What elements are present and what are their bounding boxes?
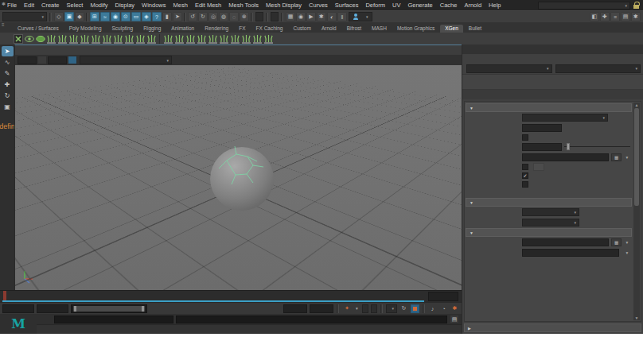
arnold-render-icon[interactable]: ◐ (327, 12, 337, 21)
animation-preferences-icon[interactable]: ✱ (450, 304, 459, 313)
loop-playback-icon[interactable]: ↻ (399, 304, 408, 313)
workspace-lock-icon[interactable] (633, 2, 639, 9)
cut-modifier-shelf-icon[interactable] (185, 33, 196, 44)
shelf-tab-mash[interactable]: MASH (367, 25, 392, 33)
current-frame-marker[interactable] (3, 291, 6, 300)
region-map-field[interactable] (522, 249, 619, 257)
generate-primitives-dropdown[interactable]: ▾ (522, 114, 608, 122)
add-collection-shelf-icon[interactable] (57, 33, 68, 44)
move-tool[interactable]: ✚ (2, 79, 14, 90)
select-tool[interactable]: ➤ (2, 46, 14, 56)
convert-to-polygons-shelf-icon[interactable] (219, 33, 229, 44)
lock-selection-icon[interactable]: ▮ (162, 12, 172, 21)
history-icon[interactable]: ◎ (208, 12, 218, 21)
viewport-canvas[interactable] (15, 65, 462, 290)
input-connections-icon[interactable]: ↺ (188, 12, 197, 21)
xgen-shelf-x-icon[interactable] (13, 33, 23, 44)
select-by-hierarchy-icon[interactable]: ◇ (54, 12, 64, 21)
export-patches-shelf-icon[interactable] (230, 33, 240, 44)
account-chip[interactable]: ▾ (349, 12, 372, 21)
shelf-tab-arnold[interactable]: Arnold (317, 25, 341, 33)
shelf-tab-rendering[interactable]: Rendering (200, 25, 233, 33)
view-transform-icon[interactable] (68, 56, 77, 64)
output-connections-icon[interactable]: ↻ (198, 12, 208, 21)
auto-keyframe-icon[interactable] (411, 304, 419, 313)
region-mask-field[interactable] (522, 238, 609, 246)
rotate-tool[interactable]: ↻ (2, 91, 14, 101)
menu-mesh[interactable]: Mesh (170, 2, 191, 9)
workspace-dropdown[interactable]: ▾ (538, 2, 630, 10)
lasso-select-tool[interactable]: ∿ (2, 57, 14, 68)
shelf-tab-curves-surfaces[interactable]: Curves / Surfaces (13, 25, 64, 33)
menu-deform[interactable]: Deform (362, 2, 388, 9)
shelf-menu-icon[interactable]: ≡ (2, 23, 5, 27)
workspace-settings-icon[interactable]: ✱ (631, 12, 641, 21)
compensate-normals-checkbox[interactable]: ✓ (522, 172, 528, 179)
coil-modifier-shelf-icon[interactable] (197, 33, 207, 44)
list-outputs-icon[interactable]: ◌ (229, 12, 239, 21)
density-brush-shelf-icon[interactable] (146, 33, 157, 44)
cache-shelf-icon[interactable] (263, 33, 274, 44)
mask-expression-field[interactable] (522, 153, 609, 161)
clear-preview-shelf-icon[interactable] (80, 33, 90, 44)
shelf-tab-animation[interactable]: Animation (166, 25, 199, 33)
current-time-field[interactable] (428, 292, 458, 301)
description-dropdown[interactable]: ▾ (555, 64, 641, 73)
shelf-tab-sculpting[interactable]: Sculpting (107, 25, 138, 33)
playback-end-field[interactable] (283, 304, 307, 313)
menu-edit-mesh[interactable]: Edit Mesh (192, 2, 224, 9)
live-surface-field[interactable] (255, 12, 263, 21)
menu-mesh-tools[interactable]: Mesh Tools (225, 2, 262, 9)
script-editor-icon[interactable]: ▤ (450, 315, 459, 323)
menu-windows[interactable]: Windows (138, 2, 169, 9)
quick-snap-icon[interactable]: ? (152, 12, 162, 21)
shelf-tab-fx[interactable]: FX (234, 25, 250, 33)
scroll-thumb[interactable] (634, 108, 639, 206)
render-view-icon[interactable]: ▦ (286, 12, 295, 21)
scroll-up-arrow[interactable]: ▲ (635, 103, 639, 107)
ipr-render-icon[interactable]: ▶ (306, 12, 316, 21)
anim-layer-dropdown[interactable] (371, 304, 377, 313)
menu-mesh-display[interactable]: Mesh Display (263, 2, 305, 9)
snap-to-projected-center-icon[interactable]: ⊙ (121, 12, 131, 21)
snap-to-curve-icon[interactable]: ≈ (100, 12, 110, 21)
create-description-shelf-icon[interactable] (46, 33, 57, 44)
region-mask-map-button[interactable]: ▦ (611, 238, 622, 246)
menu-set-dropdown[interactable]: ▾ (2, 12, 47, 21)
playback-start-field[interactable] (37, 304, 68, 313)
flip-checkbox[interactable] (522, 134, 528, 141)
toggle-attribute-editor-icon[interactable]: ▤ (621, 12, 630, 21)
place-guides-shelf-icon[interactable] (113, 33, 123, 44)
create-guide-shelf-icon[interactable] (91, 33, 101, 44)
sculpt-guides-shelf-icon[interactable] (102, 33, 112, 44)
menu-modify[interactable]: Modify (87, 2, 111, 9)
menu-curves[interactable]: Curves (306, 2, 331, 9)
density-slider[interactable] (564, 143, 630, 151)
fps-dropdown[interactable]: ▾ (386, 304, 397, 313)
toggle-tool-settings-icon[interactable]: ✚ (600, 12, 610, 21)
panel-scrollbar[interactable]: ▲▼ (633, 103, 640, 320)
shelf-tab-rigging[interactable]: Rigging (138, 25, 166, 33)
clump-modifier-shelf-icon[interactable] (163, 33, 173, 44)
section-region-control[interactable]: ▼ (466, 228, 632, 237)
snap-to-view-plane-icon[interactable]: ▭ (131, 12, 141, 21)
mute-audio-icon[interactable]: ♪ (428, 304, 437, 313)
select-by-object-icon[interactable]: ▣ (64, 12, 74, 21)
scale-tool[interactable]: ▣ (2, 102, 14, 112)
specify-points-button[interactable] (533, 163, 544, 171)
generator-seed-field[interactable] (522, 124, 562, 132)
command-input[interactable] (54, 316, 173, 323)
range-handle-left[interactable] (74, 306, 76, 312)
primitive-type-dropdown[interactable]: ▾ (522, 208, 579, 216)
menu-generate[interactable]: Generate (404, 2, 435, 9)
shelf-tab-fx-caching[interactable]: FX Caching (251, 25, 288, 33)
character-set-key-icon[interactable]: ✦ (342, 304, 351, 313)
sphere-cluster-object[interactable] (197, 135, 292, 232)
collection-dropdown[interactable]: ▾ (466, 64, 552, 73)
menu-edit[interactable]: Edit (21, 2, 37, 9)
menu-help[interactable]: Help (485, 2, 504, 9)
toggle-channel-box-icon[interactable]: ≡ (610, 12, 620, 21)
toggle-modeling-toolkit-icon[interactable]: ◧ (590, 12, 599, 21)
pause-icon[interactable]: ‖ (337, 12, 347, 21)
select-by-component-icon[interactable]: ◆ (75, 12, 84, 21)
